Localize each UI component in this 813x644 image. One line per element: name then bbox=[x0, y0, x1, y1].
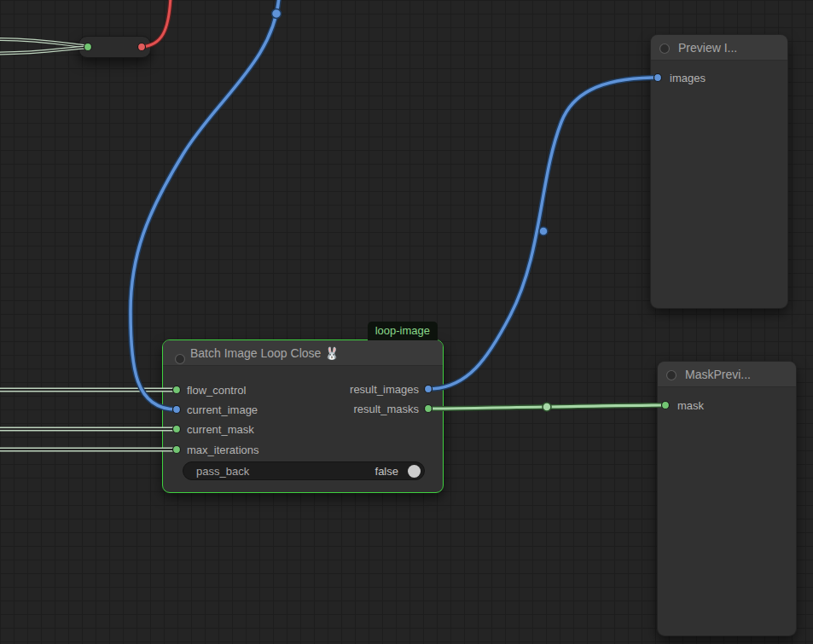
input-label: max_iterations bbox=[187, 444, 259, 456]
output-slot-result-masks: result_masks bbox=[353, 402, 419, 417]
node-batch-image-loop-close[interactable]: loop-image Batch Image Loop Close 🐰 flow… bbox=[162, 339, 444, 493]
link-to-collapsed-node-upper bbox=[0, 39, 86, 47]
input-label: flow_control bbox=[187, 384, 246, 397]
mask-preview-title-bar[interactable]: MaskPrevi... bbox=[658, 362, 796, 387]
input-slot-current-mask: current_mask bbox=[187, 422, 254, 438]
node-graph-canvas[interactable]: Preview I... images MaskPrevi... mask lo… bbox=[0, 0, 813, 644]
toggle-knob-icon bbox=[408, 465, 421, 478]
input-slot-images: images bbox=[670, 71, 706, 86]
input-label: current_mask bbox=[187, 423, 254, 436]
link-to-collapsed-node-lower bbox=[0, 48, 86, 54]
node-collapsed[interactable] bbox=[78, 36, 151, 58]
input-slot-flow-control: flow_control bbox=[187, 383, 246, 398]
input-label: images bbox=[670, 72, 706, 84]
input-slot-mask: mask bbox=[677, 398, 704, 414]
widget-value: false bbox=[375, 464, 398, 479]
link-midpoint-dot-blue-top bbox=[272, 9, 282, 19]
link-result-images-to-images bbox=[428, 78, 658, 389]
node-mask-preview[interactable]: MaskPrevi... mask bbox=[657, 361, 797, 636]
node-title: Batch Image Loop Close 🐰 bbox=[190, 346, 340, 360]
output-label: result_images bbox=[350, 383, 419, 396]
input-slot-current-image: current_image bbox=[187, 403, 258, 418]
link-midpoint-dot-blue bbox=[539, 227, 548, 235]
node-title: Preview I... bbox=[678, 41, 737, 55]
node-preview-image[interactable]: Preview I... images bbox=[650, 34, 788, 309]
pass-back-toggle[interactable]: pass_back false bbox=[183, 461, 425, 480]
link-midpoint-dot-green bbox=[543, 403, 551, 411]
widget-label: pass_back bbox=[196, 464, 249, 479]
node-title: MaskPrevi... bbox=[685, 368, 751, 381]
input-label: mask bbox=[677, 399, 704, 412]
preview-image-title-bar[interactable]: Preview I... bbox=[651, 35, 787, 61]
link-result-masks-to-mask bbox=[428, 405, 665, 409]
output-label: result_masks bbox=[353, 403, 419, 415]
output-slot-result-images: result_images bbox=[350, 382, 419, 397]
loop-close-title-bar[interactable]: Batch Image Loop Close 🐰 bbox=[163, 340, 443, 366]
node-badge: loop-image bbox=[368, 322, 438, 340]
input-label: current_image bbox=[187, 403, 258, 416]
input-slot-max-iterations: max_iterations bbox=[187, 443, 259, 458]
